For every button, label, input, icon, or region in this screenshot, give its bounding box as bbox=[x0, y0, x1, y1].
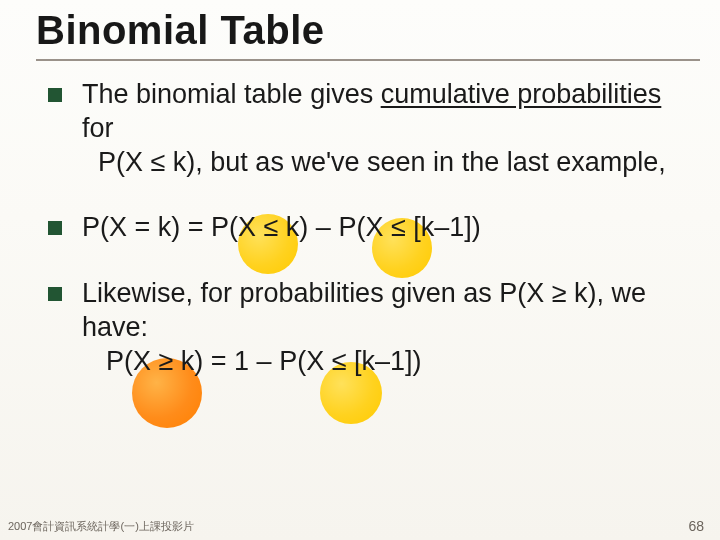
list-item: The binomial table gives cumulative prob… bbox=[48, 78, 692, 179]
body-text: The binomial table gives bbox=[82, 79, 381, 109]
title-bar: Binomial Table bbox=[36, 8, 700, 61]
body-text: P(X ≤ k), but as we've seen in the last … bbox=[82, 146, 692, 180]
list-item: Likewise, for probabilities given as P(X… bbox=[48, 277, 692, 378]
bullet-list: The binomial table gives cumulative prob… bbox=[48, 78, 692, 410]
page-number: 68 bbox=[688, 518, 704, 534]
formula-text: P(X = k) = P(X ≤ k) – P(X ≤ [k–1]) bbox=[82, 212, 481, 242]
body-text: Likewise, for probabilities given as P(X… bbox=[82, 278, 646, 342]
body-text: for bbox=[82, 113, 114, 143]
formula-text: P(X ≥ k) = 1 – P(X ≤ [k–1]) bbox=[82, 345, 692, 379]
page-title: Binomial Table bbox=[36, 8, 700, 53]
list-item: P(X = k) = P(X ≤ k) – P(X ≤ [k–1]) bbox=[48, 211, 692, 245]
underlined-text: cumulative probabilities bbox=[381, 79, 662, 109]
footer-text: 2007會計資訊系統計學(一)上課投影片 bbox=[8, 519, 194, 534]
